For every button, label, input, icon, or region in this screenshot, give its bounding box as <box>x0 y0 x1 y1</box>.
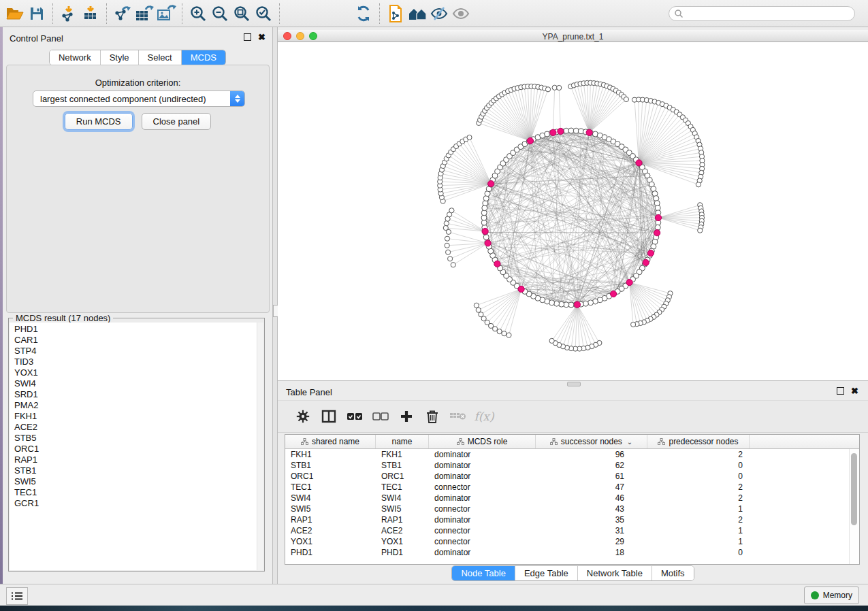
deselect-all-button[interactable] <box>368 406 393 427</box>
table-row[interactable]: SWI5SWI5connector431 <box>285 503 859 514</box>
table-row[interactable]: YOX1YOX1connector291 <box>285 536 859 547</box>
result-node-item[interactable]: GCR1 <box>14 498 257 509</box>
show-columns-button[interactable] <box>316 406 342 427</box>
table-cell: 2 <box>647 449 750 460</box>
node-table: shared namenameMCDS rolesuccessor nodes⌄… <box>285 434 860 565</box>
result-node-item[interactable]: SWI5 <box>14 476 257 487</box>
task-history-button[interactable] <box>6 587 28 605</box>
show-graphics-details-button[interactable] <box>450 3 472 24</box>
fx-icon: f(x) <box>474 410 494 423</box>
table-options-button[interactable] <box>290 406 316 427</box>
zoom-in-button[interactable] <box>187 3 209 24</box>
table-cell: 1 <box>647 503 750 514</box>
dropdown-stepper-icon <box>230 91 244 106</box>
export-image-icon <box>156 5 176 22</box>
result-node-item[interactable]: TID3 <box>14 357 257 367</box>
table-row[interactable]: SWI4SWI4dominator462 <box>285 493 859 503</box>
delete-row-button[interactable] <box>419 406 445 427</box>
table-scrollbar-thumb[interactable] <box>851 453 857 525</box>
result-node-item[interactable]: RAP1 <box>14 455 257 465</box>
search-input[interactable] <box>684 7 854 20</box>
mcds-result-title: MCDS result (17 nodes) <box>13 313 113 323</box>
add-row-button[interactable] <box>393 406 419 427</box>
result-node-item[interactable]: ACE2 <box>14 422 257 433</box>
table-cell: FKH1 <box>376 449 429 460</box>
memory-button[interactable]: Memory <box>804 587 859 604</box>
export-image-button[interactable] <box>155 3 177 24</box>
table-scrollbar[interactable] <box>849 449 859 564</box>
tab-select[interactable]: Select <box>139 50 182 65</box>
table-row[interactable]: RAP1RAP1dominator352 <box>285 514 859 525</box>
optimization-criterion-dropdown[interactable]: largest connected component (undirected) <box>33 90 245 107</box>
save-session-button[interactable] <box>26 3 48 24</box>
node-table-body: FKH1FKH1dominator962STB1STB1dominator620… <box>285 449 859 558</box>
column-label: MCDS role <box>468 437 508 446</box>
float-panel-button[interactable] <box>244 33 251 41</box>
column-header-predecessor-nodes[interactable]: predecessor nodes <box>647 435 750 448</box>
table-cell: STB1 <box>376 460 429 471</box>
result-node-item[interactable]: STB5 <box>14 433 257 444</box>
result-node-item[interactable]: ORC1 <box>14 444 257 455</box>
table-row[interactable]: TEC1TEC1connector472 <box>285 482 859 493</box>
result-node-item[interactable]: PHD1 <box>14 324 257 335</box>
table-cell: 47 <box>536 482 647 493</box>
zoom-fit-button[interactable] <box>231 3 253 24</box>
column-header-shared-name[interactable]: shared name <box>285 435 376 448</box>
zoom-selected-button[interactable] <box>253 3 274 24</box>
table-row[interactable]: FKH1FKH1dominator962 <box>285 449 859 460</box>
new-network-from-selection-button[interactable] <box>385 3 406 24</box>
result-node-item[interactable]: CAR1 <box>14 335 257 346</box>
result-node-item[interactable]: FKH1 <box>14 411 257 422</box>
tab-mcds[interactable]: MCDS <box>182 50 225 65</box>
tab-motifs[interactable]: Motifs <box>652 566 694 580</box>
tab-node-table[interactable]: Node Table <box>452 566 515 580</box>
tab-network[interactable]: Network <box>50 50 101 65</box>
column-header-MCDS-role[interactable]: MCDS role <box>429 435 536 448</box>
table-panel-title: Table Panel <box>286 387 332 397</box>
result-node-item[interactable]: STB1 <box>14 465 257 476</box>
tab-network-table[interactable]: Network Table <box>578 566 652 580</box>
plus-icon <box>400 410 413 423</box>
mcds-result-scrollbar[interactable] <box>257 323 263 570</box>
table-row[interactable]: ORC1ORC1dominator610 <box>285 471 859 482</box>
export-network-button[interactable] <box>112 3 133 24</box>
result-node-item[interactable]: PMA2 <box>14 400 257 411</box>
zoom-out-button[interactable] <box>209 3 231 24</box>
network-canvas[interactable] <box>278 42 868 380</box>
run-mcds-button[interactable]: Run MCDS <box>65 113 133 130</box>
hide-graphics-details-button[interactable] <box>428 3 450 24</box>
table-cell: 61 <box>536 471 647 482</box>
result-node-item[interactable]: TEC1 <box>14 487 257 498</box>
result-node-item[interactable]: YOX1 <box>14 367 257 378</box>
column-header-successor-nodes[interactable]: successor nodes⌄ <box>536 435 647 448</box>
eye-slash-icon <box>430 5 449 22</box>
export-table-button[interactable] <box>133 3 155 24</box>
result-node-item[interactable]: SWI4 <box>14 378 257 389</box>
table-cell: TEC1 <box>376 482 429 493</box>
vertical-splitter[interactable] <box>272 27 278 584</box>
first-neighbors-button[interactable] <box>406 3 428 24</box>
table-float-button[interactable] <box>837 387 844 395</box>
result-node-item[interactable]: STP4 <box>14 346 257 357</box>
table-row[interactable]: STB1STB1dominator620 <box>285 460 859 471</box>
import-network-button[interactable] <box>58 3 80 24</box>
tab-style[interactable]: Style <box>101 50 139 65</box>
table-panel-splitter-grip[interactable] <box>567 382 581 386</box>
refresh-button[interactable] <box>353 3 374 24</box>
network-window-titlebar: YPA_prune.txt_1 <box>278 30 868 42</box>
import-table-button[interactable] <box>80 3 101 24</box>
import-network-icon <box>60 5 78 22</box>
table-close-button[interactable]: ✖ <box>851 388 858 394</box>
table-row[interactable]: PHD1PHD1dominator180 <box>285 547 859 558</box>
table-cell: 0 <box>647 547 750 558</box>
close-panel-button-mcds[interactable]: Close panel <box>142 113 212 130</box>
control-panel-tabs: NetworkStyleSelectMCDS <box>49 50 226 65</box>
tab-edge-table[interactable]: Edge Table <box>515 566 578 580</box>
open-file-button[interactable] <box>4 3 26 24</box>
select-all-button[interactable] <box>342 406 368 427</box>
export-network-icon <box>113 5 132 22</box>
column-header-name[interactable]: name <box>376 435 429 448</box>
result-node-item[interactable]: SRD1 <box>14 389 257 400</box>
table-row[interactable]: ACE2ACE2connector311 <box>285 525 859 536</box>
close-panel-button[interactable]: ✖ <box>258 34 266 40</box>
